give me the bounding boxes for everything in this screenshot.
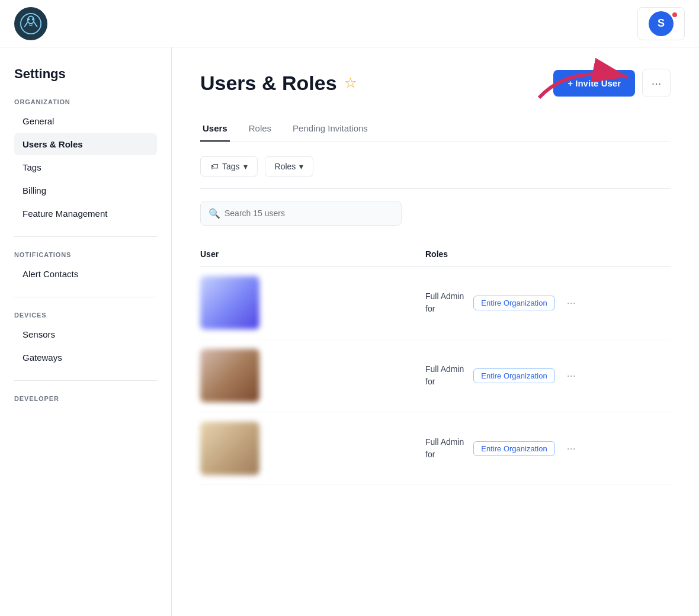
sidebar-title: Settings bbox=[14, 66, 157, 82]
sidebar-item-general[interactable]: General bbox=[14, 110, 157, 132]
org-badge-2[interactable]: Entire Organization bbox=[473, 368, 554, 383]
sidebar-item-users-roles[interactable]: Users & Roles bbox=[14, 133, 157, 155]
notification-dot bbox=[671, 11, 678, 18]
avatar: S bbox=[649, 11, 674, 36]
user-role-text-2: Full Adminfor bbox=[425, 363, 464, 388]
sidebar-item-billing[interactable]: Billing bbox=[14, 179, 157, 201]
tags-chevron-icon: ▾ bbox=[243, 162, 248, 171]
svg-point-5 bbox=[32, 18, 34, 21]
page-title-row: Users & Roles ☆ bbox=[200, 72, 357, 95]
user-avatar-container[interactable]: S bbox=[637, 7, 685, 40]
table-row: Full Adminfor Entire Organization ··· bbox=[200, 339, 671, 412]
filter-roles-button[interactable]: Roles ▾ bbox=[265, 156, 314, 177]
user-role-text-1: Full Adminfor bbox=[425, 290, 464, 315]
sidebar-section-organization: ORGANIZATION bbox=[14, 98, 157, 105]
sidebar-divider-3 bbox=[14, 380, 157, 381]
filter-tags-label: Tags bbox=[222, 162, 240, 171]
sidebar-section-devices: DEVICES bbox=[14, 312, 157, 319]
sidebar-section-notifications: NOTIFICATIONS bbox=[14, 251, 157, 258]
page-header: Users & Roles ☆ + Invite User ··· bbox=[200, 69, 671, 97]
logo[interactable] bbox=[14, 7, 47, 40]
sidebar-section-developer: DEVELOPER bbox=[14, 395, 157, 402]
user-row-right-1: Full Adminfor Entire Organization ··· bbox=[425, 290, 671, 315]
org-badge-3[interactable]: Entire Organization bbox=[473, 441, 554, 456]
header-actions: + Invite User ··· bbox=[553, 69, 671, 97]
user-avatar-blurred-3 bbox=[200, 422, 259, 475]
tab-pending-invitations[interactable]: Pending Invitations bbox=[290, 116, 370, 142]
user-col-1 bbox=[200, 276, 425, 329]
tab-roles[interactable]: Roles bbox=[246, 116, 274, 142]
main-content: Users & Roles ☆ + Invite User ··· Users … bbox=[172, 47, 699, 616]
filter-tags-button[interactable]: 🏷 Tags ▾ bbox=[200, 156, 258, 177]
more-options-button[interactable]: ··· bbox=[642, 69, 671, 97]
user-col-3 bbox=[200, 422, 425, 475]
col-user-header: User bbox=[200, 249, 425, 259]
sidebar-divider-1 bbox=[14, 236, 157, 237]
page-title: Users & Roles bbox=[200, 72, 337, 95]
user-more-button-2[interactable]: ··· bbox=[562, 367, 581, 384]
app-layout: Settings ORGANIZATION General Users & Ro… bbox=[0, 47, 699, 616]
top-nav: S bbox=[0, 0, 699, 47]
invite-user-button[interactable]: + Invite User bbox=[553, 70, 635, 97]
user-col-2 bbox=[200, 349, 425, 402]
sidebar-item-alert-contacts[interactable]: Alert Contacts bbox=[14, 263, 157, 285]
table-row: Full Adminfor Entire Organization ··· bbox=[200, 267, 671, 339]
user-row-right-3: Full Adminfor Entire Organization ··· bbox=[425, 436, 671, 461]
sidebar-item-tags[interactable]: Tags bbox=[14, 156, 157, 178]
filter-roles-label: Roles bbox=[275, 162, 296, 171]
sidebar-item-feature-management[interactable]: Feature Management bbox=[14, 203, 157, 224]
user-more-button-3[interactable]: ··· bbox=[562, 440, 581, 457]
search-input[interactable] bbox=[200, 201, 402, 226]
search-icon: 🔍 bbox=[209, 208, 220, 219]
roles-chevron-icon: ▾ bbox=[299, 162, 303, 171]
user-row-right-2: Full Adminfor Entire Organization ··· bbox=[425, 363, 671, 388]
sidebar-item-sensors[interactable]: Sensors bbox=[14, 323, 157, 345]
search-container: 🔍 bbox=[200, 201, 402, 226]
table-row: Full Adminfor Entire Organization ··· bbox=[200, 412, 671, 485]
table-header: User Roles bbox=[200, 242, 671, 266]
sidebar-divider-2 bbox=[14, 297, 157, 297]
user-more-button-1[interactable]: ··· bbox=[562, 294, 581, 312]
svg-point-4 bbox=[28, 18, 30, 21]
org-badge-1[interactable]: Entire Organization bbox=[473, 296, 554, 310]
user-role-text-3: Full Adminfor bbox=[425, 436, 464, 461]
filters: 🏷 Tags ▾ Roles ▾ bbox=[200, 156, 671, 177]
sidebar-item-gateways[interactable]: Gateways bbox=[14, 346, 157, 368]
tag-icon: 🏷 bbox=[210, 162, 219, 171]
user-avatar-blurred-1 bbox=[200, 276, 259, 329]
sidebar: Settings ORGANIZATION General Users & Ro… bbox=[0, 47, 172, 616]
tabs: Users Roles Pending Invitations bbox=[200, 116, 671, 142]
star-icon[interactable]: ☆ bbox=[344, 75, 357, 91]
user-avatar-blurred-2 bbox=[200, 349, 259, 402]
col-roles-header: Roles bbox=[425, 249, 671, 259]
tab-users[interactable]: Users bbox=[200, 116, 230, 142]
filter-divider bbox=[200, 188, 671, 189]
ellipsis-icon: ··· bbox=[652, 76, 662, 90]
